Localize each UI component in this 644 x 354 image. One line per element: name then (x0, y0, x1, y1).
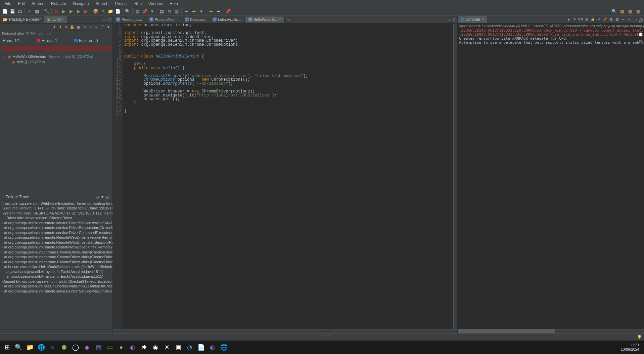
menu-source[interactable]: Source (28, 1, 48, 7)
trace-row[interactable]: System info: host: 'DESKTOP-EM1VC7D', ip… (0, 211, 112, 216)
pin-editor-icon[interactable]: 📌 (225, 8, 231, 15)
rerun-fail-icon[interactable]: ↻ (82, 25, 87, 30)
compare-icon[interactable]: ▤ (94, 194, 100, 200)
test-tree[interactable]: ⌄ ▣ HelloWorldSelenium [Runner: JUnit 5]… (0, 52, 112, 66)
stop-icon[interactable]: ■ (94, 25, 99, 30)
new-icon[interactable]: 📄 (2, 8, 8, 15)
maximize-icon[interactable]: ▢ (107, 17, 112, 22)
new-package-icon[interactable]: 📦 (92, 8, 99, 15)
trace-row[interactable]: ≡at br.com.alura.leilao.HelloWorldSeleni… (0, 264, 112, 269)
editor-tab[interactable]: JHelloWorldS...✕ (245, 16, 285, 23)
menu-project[interactable]: Project (112, 1, 131, 7)
console-scrollbar[interactable] (458, 329, 644, 333)
close-icon[interactable]: ✕ (481, 17, 484, 21)
word-wrap-icon[interactable]: ↵ (596, 17, 601, 22)
trace-row[interactable]: ≡at org.openqa.selenium.remote.service.D… (0, 221, 112, 226)
back-icon[interactable]: ⬅ (183, 8, 190, 15)
ext-tools-icon[interactable]: ▶ (83, 8, 89, 15)
toggle-mark-icon[interactable]: ▤ (158, 8, 165, 15)
display-selected-icon[interactable]: ▥ (608, 17, 613, 22)
app-icon[interactable]: ◆ (82, 342, 92, 352)
toggle-breadcrumb-icon[interactable]: ▤ (134, 8, 141, 15)
scrollbar[interactable] (0, 329, 112, 333)
trace-row[interactable]: ≡at org.openqa.selenium.remote.RemoteWeb… (0, 235, 112, 240)
eclipse-icon[interactable]: ◐ (128, 342, 138, 352)
trace-row[interactable]: ≡at org.openqa.selenium.remote.RemoteWeb… (0, 245, 112, 250)
edge-icon[interactable]: ◔ (185, 342, 195, 352)
vscode-icon[interactable]: ⟐ (48, 342, 58, 352)
code-content[interactable]: package br.com.alura.leilao; import org.… (123, 24, 453, 329)
node-icon[interactable]: ⬢ (59, 342, 69, 352)
next-fail-icon[interactable]: ⬇ (51, 25, 57, 30)
history-icon[interactable]: ☰ (100, 25, 105, 30)
terminate-icon[interactable]: ■ (566, 17, 571, 22)
search-icon[interactable]: 🔍 (124, 8, 131, 15)
perspective-other-icon[interactable]: ▦ (635, 8, 642, 15)
trace-row[interactable]: Build info: version: '3.141.59', revisio… (0, 206, 112, 211)
tip-icon[interactable]: 💡 (637, 335, 642, 340)
console-dropdown-icon[interactable]: ▾ (626, 17, 632, 22)
minimize-icon[interactable]: ▭ (102, 17, 107, 22)
notes-icon[interactable]: ▭ (105, 342, 115, 352)
system-tray[interactable]: 11:21 13/06/2024 (621, 343, 642, 352)
more-tabs[interactable]: »₂ (285, 16, 292, 22)
open-console-icon[interactable]: ▥ (614, 17, 619, 22)
search-icon[interactable]: 🔍 (13, 342, 24, 352)
trace-row[interactable]: ≡at org.openqa.selenium.chrome.ChromeDri… (0, 254, 112, 260)
new-console-icon[interactable]: ▾ (620, 17, 626, 22)
tab-package-explorer[interactable]: 📂 Package Explorer (0, 16, 44, 23)
clear-icon[interactable]: ▤ (584, 17, 589, 22)
menu-edit[interactable]: Edit (14, 1, 28, 7)
save-all-icon[interactable]: 🗃 (16, 8, 23, 15)
collapse-icon[interactable]: ⌄ (1, 54, 5, 59)
nav-fwd-icon[interactable]: ➡ (215, 8, 222, 15)
debug-rerun-icon[interactable]: ↻ (88, 25, 93, 30)
chrome-icon[interactable]: 🌐 (36, 342, 46, 352)
pin-icon[interactable]: 📌 (141, 8, 148, 15)
perspective-java-icon[interactable]: ▦ (619, 8, 626, 15)
clock[interactable]: 11:21 13/06/2024 (621, 343, 639, 352)
trace-row[interactable]: Driver info: driver.version: ChromeDrive… (0, 215, 112, 221)
editor-tab[interactable]: JProdutoTest... (146, 16, 181, 23)
sash-grip-icon[interactable] (322, 335, 332, 336)
trace-row[interactable]: ≡at org.openqa.selenium.net.UrlChecker.w… (0, 284, 112, 289)
remove-all-icon[interactable]: ✖✖ (578, 17, 583, 22)
app3-icon[interactable]: ☀ (162, 342, 172, 352)
prev-fail-icon[interactable]: ⬆ (57, 25, 63, 30)
close-icon[interactable]: ✕ (62, 17, 65, 21)
menu-window[interactable]: Window (145, 1, 166, 7)
maximize-icon[interactable]: ▢ (452, 17, 457, 22)
cypress-icon[interactable]: ◯ (71, 342, 81, 352)
dropdown-icon[interactable]: ▾ (198, 8, 204, 15)
chrome2-icon[interactable]: 🌐 (219, 342, 229, 352)
trace-row[interactable]: ≡at org.openqa.selenium.remote.service.D… (0, 289, 112, 294)
code-editor[interactable]: 1 2 3 4 5 6 7 8 9 10 11 12 13 14 15 16 1… (113, 24, 457, 329)
refresh-icon[interactable]: ↺ (166, 8, 173, 15)
rerun-icon[interactable]: ▦ (76, 25, 81, 30)
scrollbar-thumb[interactable] (458, 329, 555, 333)
task-icon[interactable]: ▤ (173, 8, 180, 15)
run-icon[interactable]: ▶ (60, 8, 67, 15)
trace-row[interactable]: Caused by: org.openqa.selenium.net.UrlCh… (0, 279, 112, 284)
vertical-scrollbar[interactable] (453, 24, 457, 329)
failure-trace[interactable]: ⚠org.openqa.selenium.WebDriverException:… (0, 200, 112, 329)
trace-row[interactable]: ⚠org.openqa.selenium.WebDriverException:… (0, 201, 112, 206)
properties-icon[interactable]: ▤ (638, 38, 643, 44)
redo-icon[interactable]: ▦ (34, 8, 40, 15)
nav-back-icon[interactable]: ⬅ (208, 8, 214, 15)
layout-icon[interactable]: ▾ (106, 25, 111, 30)
trace-row[interactable]: ≡at org.openqa.selenium.remote.service.D… (0, 225, 112, 230)
start-icon[interactable]: ⊞ (2, 342, 12, 352)
teams-icon[interactable]: ▦ (93, 342, 103, 352)
app2-icon[interactable]: ✱ (139, 342, 149, 352)
tab-junit[interactable]: ▣ JUnit ✕ (44, 16, 68, 23)
trace-row[interactable]: ≡at org.openqa.selenium.chrome.ChromeDri… (0, 260, 112, 265)
explorer-icon[interactable]: 📁 (25, 342, 35, 352)
close-icon[interactable]: ✕ (278, 17, 281, 21)
forward-icon[interactable]: ➡ (190, 8, 197, 15)
editor-tab[interactable]: JData.java (181, 16, 209, 23)
new-type-icon[interactable]: 📁 (107, 8, 114, 15)
pin-console-icon[interactable]: 📌 (602, 17, 607, 22)
minimize-icon[interactable]: ▭ (447, 17, 452, 22)
menu-help[interactable]: Help (166, 1, 181, 7)
